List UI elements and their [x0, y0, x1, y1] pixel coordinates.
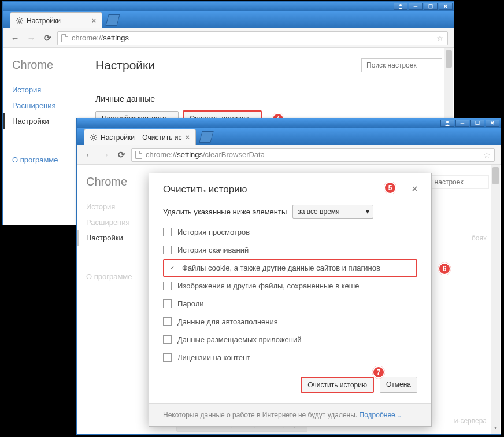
minimize-button[interactable]: ─	[409, 3, 423, 10]
tabstrip: Настройки ×	[3, 11, 454, 28]
new-tab-button[interactable]	[105, 14, 120, 26]
sidebar-item-history[interactable]: История	[86, 199, 149, 214]
minimize-button[interactable]: ─	[455, 120, 469, 127]
option-download-history[interactable]: История скачиваний	[163, 241, 417, 259]
sidebar-item-settings[interactable]: Настройки	[77, 230, 149, 246]
tab-label: Настройки – Очистить ис	[101, 134, 181, 142]
checkbox[interactable]	[163, 299, 172, 308]
url-text: chrome://settings/clearBrowserData	[146, 150, 265, 159]
titlebar: ─ ☐ ✕	[3, 2, 454, 11]
new-tab-button[interactable]	[199, 131, 213, 143]
dialog-footer: Очистить историю Отмена	[163, 377, 417, 393]
sidebar-item-about[interactable]: О программе	[12, 152, 75, 168]
bookmark-star-icon[interactable]: ☆	[436, 34, 444, 43]
option-content-licenses[interactable]: Лицензии на контент	[163, 349, 417, 366]
reload-button[interactable]: ⟳	[115, 149, 128, 161]
option-cookies[interactable]: Файлы cookie, а также другие данные сайт…	[163, 259, 417, 277]
sidebar: Chrome История Расширения Настройки О пр…	[3, 48, 84, 225]
checkbox[interactable]	[163, 246, 172, 254]
toolbar: ← → ⟳ chrome://settings ☆	[3, 28, 454, 48]
chrome-logo-text: Chrome	[12, 58, 75, 72]
tabstrip: Настройки – Очистить ис ×	[77, 128, 501, 145]
close-button[interactable]: ✕	[486, 120, 499, 127]
scrollbar[interactable]: ▴ ▾	[491, 165, 500, 434]
url-text: chrome://settings	[72, 34, 129, 42]
checkbox[interactable]	[163, 282, 172, 290]
dialog-close-icon[interactable]: ×	[412, 184, 417, 194]
tab-close-icon[interactable]: ×	[91, 16, 96, 25]
faded-text-fragment: боях	[472, 234, 487, 242]
faded-text-fragment: и-сервера	[454, 417, 487, 425]
callout-6: 6	[438, 262, 451, 275]
forward-button[interactable]: →	[99, 149, 112, 161]
learn-more-link[interactable]: Подробнее...	[360, 411, 401, 419]
window-clear-data: ─ ☐ ✕ Настройки – Очистить ис × ← → ⟳ ch…	[76, 118, 501, 435]
checkbox[interactable]	[163, 353, 172, 362]
tab-settings-clear[interactable]: Настройки – Очистить ис ×	[84, 129, 196, 145]
chrome-logo-text: Chrome	[86, 175, 149, 188]
user-button[interactable]	[440, 120, 454, 127]
checkbox[interactable]	[168, 264, 176, 272]
gear-icon	[16, 17, 23, 24]
clear-history-confirm-button[interactable]: Очистить историю	[301, 377, 374, 393]
callout-5: 5	[384, 182, 396, 194]
page-icon	[135, 151, 142, 159]
bookmark-star-icon[interactable]: ☆	[483, 150, 491, 160]
section-personal-data: Личные данные	[95, 94, 442, 103]
svg-line-6	[17, 18, 18, 18]
checkbox[interactable]	[163, 317, 172, 326]
svg-line-17	[95, 139, 96, 139]
maximize-button[interactable]: ☐	[424, 3, 438, 10]
checkbox[interactable]	[163, 228, 172, 236]
titlebar: ─ ☐ ✕	[77, 118, 501, 128]
tab-close-icon[interactable]: ×	[185, 133, 190, 142]
sidebar-item-about[interactable]: О программе	[86, 269, 149, 284]
gear-icon	[90, 134, 97, 141]
svg-line-7	[21, 22, 22, 23]
back-button[interactable]: ←	[83, 149, 95, 161]
svg-line-9	[21, 18, 22, 18]
option-cache[interactable]: Изображения и другие файлы, сохраненные …	[163, 277, 417, 295]
forward-button[interactable]: →	[25, 32, 38, 45]
toolbar: ← → ⟳ chrome://settings/clearBrowserData…	[77, 145, 501, 165]
scroll-thumb[interactable]	[492, 167, 499, 184]
svg-line-18	[91, 139, 92, 139]
page-icon	[61, 34, 68, 42]
tab-settings[interactable]: Настройки ×	[10, 12, 102, 28]
svg-point-10	[446, 121, 449, 123]
sidebar-item-history[interactable]: История	[12, 82, 75, 98]
checkbox[interactable]	[163, 335, 172, 344]
clear-history-dialog: × Очистить историю 5 Удалить указанные н…	[149, 173, 432, 427]
scroll-down-icon[interactable]: ▾	[491, 424, 500, 434]
svg-line-8	[17, 22, 18, 23]
scroll-thumb[interactable]	[446, 50, 452, 68]
sidebar-item-settings[interactable]: Настройки	[3, 113, 75, 129]
maximize-button[interactable]: ☐	[470, 120, 484, 127]
option-hosted-apps[interactable]: Данные размещаемых приложений	[163, 331, 417, 349]
search-settings-input[interactable]	[361, 58, 442, 72]
option-browse-history[interactable]: История просмотров	[163, 223, 417, 241]
sidebar-item-extensions[interactable]: Расширения	[12, 98, 75, 113]
svg-line-19	[95, 135, 96, 135]
svg-point-1	[18, 19, 21, 21]
sidebar-item-extensions[interactable]: Расширения	[86, 214, 149, 230]
address-bar[interactable]: chrome://settings ☆	[57, 31, 448, 45]
time-range-label: Удалить указанные ниже элементы	[163, 208, 287, 216]
address-bar[interactable]: chrome://settings/clearBrowserData ☆	[131, 148, 495, 162]
back-button[interactable]: ←	[9, 32, 21, 45]
dialog-footer-note: Некоторые данные о работе в Интернете не…	[149, 403, 431, 426]
option-passwords[interactable]: Пароли	[163, 295, 417, 313]
cancel-button[interactable]: Отмена	[380, 377, 417, 393]
dialog-title: Очистить историю	[163, 184, 417, 195]
option-autofill[interactable]: Данные для автозаполнения	[163, 313, 417, 331]
close-button[interactable]: ✕	[439, 3, 453, 10]
user-button[interactable]	[394, 3, 407, 10]
sidebar: Chrome История Расширения Настройки О пр…	[77, 165, 158, 434]
reload-button[interactable]: ⟳	[41, 32, 54, 45]
tab-label: Настройки	[27, 17, 61, 25]
time-range-dropdown[interactable]: за все время	[292, 205, 373, 218]
time-range-row: Удалить указанные ниже элементы за все в…	[163, 205, 417, 218]
svg-line-16	[91, 135, 92, 135]
svg-point-0	[399, 4, 402, 6]
callout-7: 7	[372, 366, 385, 379]
